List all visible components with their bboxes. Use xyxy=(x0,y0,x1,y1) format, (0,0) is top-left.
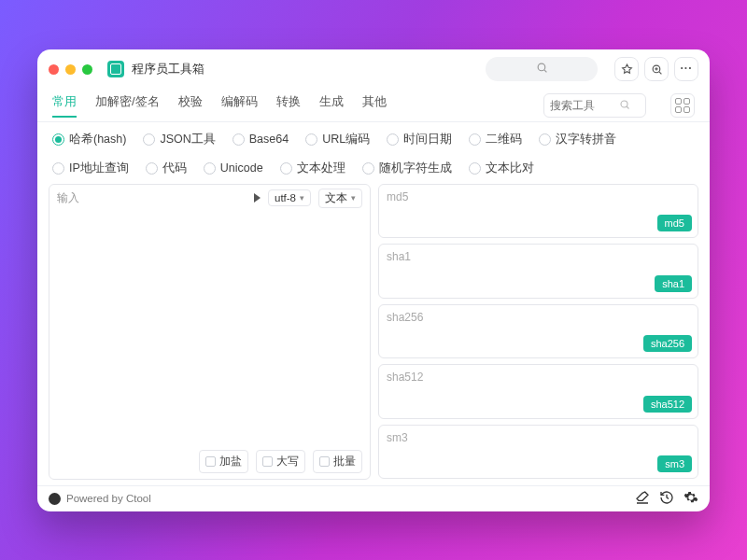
copy-md5-button[interactable]: md5 xyxy=(657,215,692,231)
hash-sha512: sha512 sha512 xyxy=(378,364,698,419)
hash-sm3: sm3 sm3 xyxy=(378,425,698,480)
copy-sha256-button[interactable]: sha256 xyxy=(643,335,692,352)
radio-icon xyxy=(233,133,245,146)
minimize-icon[interactable] xyxy=(65,64,76,75)
tool-urlenc[interactable]: URL编码 xyxy=(305,132,370,147)
tab-other[interactable]: 其他 xyxy=(362,93,387,118)
tool-radio-group: 哈希(hash) JSON工具 Base64 URL编码 时间日期 二维码 汉字… xyxy=(37,122,710,184)
tool-qrcode[interactable]: 二维码 xyxy=(469,132,522,147)
copy-sha1-button[interactable]: sha1 xyxy=(655,275,692,292)
tab-convert[interactable]: 转换 xyxy=(276,93,301,118)
option-upper[interactable]: 大写 xyxy=(256,450,305,473)
chevron-down-icon: ▾ xyxy=(351,193,356,203)
radio-icon xyxy=(143,133,155,146)
format-dropdown[interactable]: 文本▾ xyxy=(318,189,362,208)
checkbox-icon xyxy=(262,456,273,467)
input-options: 加盐 大写 批量 xyxy=(49,444,370,479)
radio-icon xyxy=(305,133,317,146)
tool-search[interactable] xyxy=(543,93,646,118)
tool-text[interactable]: 文本处理 xyxy=(280,161,345,176)
input-textarea[interactable] xyxy=(49,212,370,444)
copy-sha512-button[interactable]: sha512 xyxy=(643,396,692,413)
hash-sha256: sha256 sha256 xyxy=(378,304,698,359)
radio-icon xyxy=(204,162,216,175)
titlebar: 程序员工具箱 ··· xyxy=(37,49,710,91)
pin-button[interactable] xyxy=(614,57,639,81)
title-actions: ··· xyxy=(614,57,698,81)
checkbox-icon xyxy=(205,456,216,467)
tool-diff[interactable]: 文本比对 xyxy=(469,161,534,176)
more-button[interactable]: ··· xyxy=(674,57,698,81)
svg-point-0 xyxy=(538,63,545,71)
tool-ip[interactable]: IP地址查询 xyxy=(52,161,129,176)
status-bar: Powered by Ctool xyxy=(37,485,710,511)
radio-icon xyxy=(539,133,551,146)
tool-hash[interactable]: 哈希(hash) xyxy=(52,132,126,147)
grid-view-button[interactable] xyxy=(670,93,695,118)
hash-md5: md5 md5 xyxy=(378,184,698,239)
tool-base64[interactable]: Base64 xyxy=(233,132,289,147)
eraser-icon[interactable] xyxy=(635,490,650,508)
radio-icon xyxy=(469,162,481,175)
tool-code[interactable]: 代码 xyxy=(146,161,187,176)
output-panel: md5 md5 sha1 sha1 sha256 sha256 sha512 s… xyxy=(378,184,698,480)
radio-icon xyxy=(387,133,399,146)
tool-random[interactable]: 随机字符生成 xyxy=(362,161,452,176)
app-window: 程序员工具箱 ··· 常用 加解密/签名 校验 编解码 转换 生成 其他 xyxy=(37,49,710,511)
play-icon[interactable] xyxy=(254,193,261,203)
global-search[interactable] xyxy=(486,57,598,81)
tool-unicode[interactable]: Unicode xyxy=(204,161,263,176)
radio-icon xyxy=(362,162,374,175)
app-title: 程序员工具箱 xyxy=(132,61,204,77)
tab-codec[interactable]: 编解码 xyxy=(221,93,258,118)
option-salt[interactable]: 加盐 xyxy=(199,450,248,473)
app-icon xyxy=(107,61,124,77)
hash-sha1: sha1 sha1 xyxy=(378,244,698,299)
chevron-down-icon: ▾ xyxy=(300,193,304,203)
radio-icon xyxy=(146,162,158,175)
tool-datetime[interactable]: 时间日期 xyxy=(387,132,452,147)
radio-icon xyxy=(52,162,64,175)
traffic-lights xyxy=(49,64,92,75)
input-placeholder: 输入 xyxy=(57,190,247,206)
option-batch[interactable]: 批量 xyxy=(313,450,362,473)
github-icon[interactable] xyxy=(49,493,61,505)
input-header: 输入 utf-8▾ 文本▾ xyxy=(49,185,370,212)
checkbox-icon xyxy=(319,456,330,467)
encoding-dropdown[interactable]: utf-8▾ xyxy=(268,189,311,206)
input-panel: 输入 utf-8▾ 文本▾ 加盐 大写 批量 xyxy=(49,184,371,480)
svg-line-3 xyxy=(658,71,660,73)
powered-by: Powered by Ctool xyxy=(66,493,151,504)
status-actions xyxy=(635,490,698,508)
tab-crypto[interactable]: 加解密/签名 xyxy=(95,93,160,118)
category-tabs: 常用 加解密/签名 校验 编解码 转换 生成 其他 xyxy=(37,91,710,122)
gear-icon[interactable] xyxy=(684,490,698,508)
tab-generate[interactable]: 生成 xyxy=(319,93,344,118)
tab-common[interactable]: 常用 xyxy=(52,93,77,118)
svg-line-7 xyxy=(627,106,628,108)
history-icon[interactable] xyxy=(659,490,674,508)
tool-search-input[interactable] xyxy=(550,99,615,112)
more-icon: ··· xyxy=(680,62,692,77)
radio-icon xyxy=(469,133,481,146)
radio-icon xyxy=(52,133,64,146)
zoom-button[interactable] xyxy=(644,57,669,81)
search-icon xyxy=(536,62,548,77)
search-icon xyxy=(619,99,630,113)
maximize-icon[interactable] xyxy=(82,64,92,75)
close-icon[interactable] xyxy=(49,64,59,75)
copy-sm3-button[interactable]: sm3 xyxy=(657,455,692,472)
tool-json[interactable]: JSON工具 xyxy=(143,132,215,147)
radio-icon xyxy=(280,162,292,175)
svg-point-6 xyxy=(621,101,627,107)
svg-line-1 xyxy=(543,70,545,72)
main-area: 输入 utf-8▾ 文本▾ 加盐 大写 批量 md5 md5 sha1 sha1 xyxy=(37,184,710,485)
tool-pinyin[interactable]: 汉字转拼音 xyxy=(539,132,616,147)
tab-verify[interactable]: 校验 xyxy=(178,93,203,118)
